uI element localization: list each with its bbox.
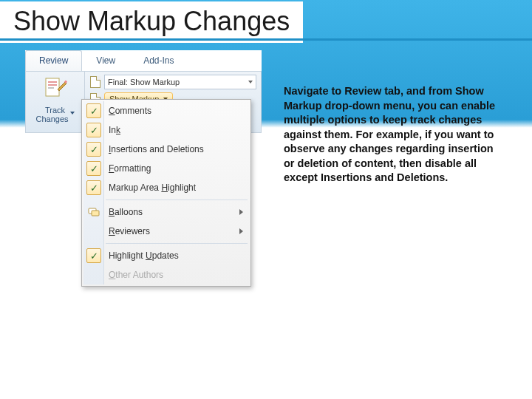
track-changes-button[interactable]: Track Changes	[26, 72, 85, 132]
title-underline	[0, 38, 532, 41]
check-icon: ✓	[86, 180, 101, 195]
chevron-right-icon	[239, 228, 243, 234]
tab-view[interactable]: View	[82, 50, 129, 71]
menu-item-markup-highlight[interactable]: ✓ Markup Area Highlight	[83, 178, 249, 197]
check-icon: ✓	[86, 123, 101, 137]
menu-item-ink[interactable]: ✓ Ink	[83, 120, 249, 140]
check-icon: ✓	[86, 142, 101, 157]
tab-addins[interactable]: Add-Ins	[129, 50, 188, 71]
menu-item-label: Other Authors	[109, 270, 163, 280]
slide-description: Navigate to Review tab, and from Show Ma…	[284, 50, 505, 185]
ribbon-tabs: Review View Add-Ins	[25, 50, 262, 71]
menu-item-label: Ink	[109, 125, 120, 135]
display-mode-select[interactable]: Final: Show Markup	[104, 75, 256, 89]
chevron-right-icon	[239, 209, 243, 215]
show-markup-menu: ✓ Comments ✓ Ink ✓ Insertions and Deleti…	[81, 99, 251, 287]
menu-item-label: Highlight Updates	[109, 250, 179, 261]
menu-item-highlight-updates[interactable]: ✓ Highlight Updates	[83, 246, 249, 265]
slide-title: Show Markup Changes	[0, 1, 303, 43]
menu-item-label: Comments	[109, 106, 151, 116]
track-changes-icon	[43, 76, 68, 101]
menu-item-label: Balloons	[109, 207, 143, 217]
svg-rect-0	[46, 78, 59, 96]
menu-item-balloons[interactable]: Balloons	[83, 202, 249, 222]
menu-item-comments[interactable]: ✓ Comments	[83, 101, 249, 120]
track-changes-label: Track Changes	[26, 106, 84, 123]
check-icon: ✓	[86, 248, 101, 263]
display-mode-icon	[89, 76, 101, 88]
menu-item-label: Formatting	[109, 163, 151, 174]
menu-separator	[106, 243, 248, 244]
check-icon: ✓	[86, 161, 101, 176]
menu-item-label: Markup Area Highlight	[109, 183, 196, 193]
svg-rect-6	[92, 211, 99, 216]
menu-item-label: Insertions and Deletions	[109, 144, 204, 154]
balloons-icon	[88, 206, 100, 218]
check-icon: ✓	[86, 103, 101, 118]
ribbon: Review View Add-Ins Track Changes	[25, 50, 262, 185]
menu-item-label: Reviewers	[109, 226, 150, 236]
menu-item-formatting[interactable]: ✓ Formatting	[83, 159, 249, 178]
menu-separator	[106, 200, 248, 200]
tab-review[interactable]: Review	[25, 50, 82, 71]
menu-item-other-authors: Other Authors	[83, 265, 249, 284]
menu-item-reviewers[interactable]: Reviewers	[83, 222, 249, 241]
menu-item-insertions-deletions[interactable]: ✓ Insertions and Deletions	[83, 140, 249, 159]
